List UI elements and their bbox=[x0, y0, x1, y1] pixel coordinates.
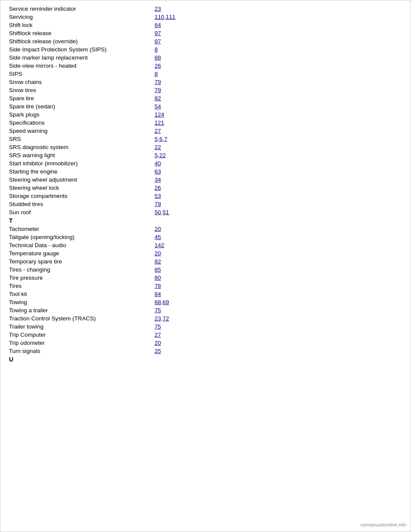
entry-page[interactable]: 68,69 bbox=[155, 298, 402, 306]
list-item: Towing a trailer75 bbox=[9, 306, 402, 314]
entry-page[interactable]: 27 bbox=[155, 127, 402, 135]
entry-label: SRS diagnostic system bbox=[9, 143, 155, 151]
entry-label: Turn signals bbox=[9, 347, 155, 355]
entry-page[interactable]: 20 bbox=[155, 339, 402, 347]
entry-label: Traction Control System (TRACS) bbox=[9, 314, 155, 323]
list-item: Tires - changing85 bbox=[9, 266, 402, 274]
entry-page[interactable]: 79 bbox=[155, 78, 402, 86]
entry-page[interactable]: 110,111 bbox=[155, 13, 402, 21]
entry-page[interactable]: 23,72 bbox=[155, 314, 402, 323]
entry-label: Tires bbox=[9, 282, 155, 290]
list-item: Steering wheel lock26 bbox=[9, 184, 402, 192]
list-item: Side-view mirrors - heated26 bbox=[9, 62, 402, 70]
list-item: SRS warning light5,22 bbox=[9, 151, 402, 159]
entry-label: Snow tires bbox=[9, 86, 155, 94]
entry-page[interactable]: 82 bbox=[155, 94, 402, 102]
entry-label: Studded tires bbox=[9, 200, 155, 208]
list-item: Spare tire82 bbox=[9, 94, 402, 102]
watermark: carmanualsonline.info bbox=[360, 522, 406, 527]
list-item: Specifications121 bbox=[9, 119, 402, 127]
entry-page[interactable]: 78 bbox=[155, 282, 402, 290]
entry-page[interactable]: 142 bbox=[155, 241, 402, 249]
entry-label: Steering wheel lock bbox=[9, 184, 155, 192]
entry-label: SRS warning light bbox=[9, 151, 155, 159]
section-header-u: U bbox=[9, 355, 402, 364]
list-item: Tailgate (opening/locking)45 bbox=[9, 233, 402, 241]
entry-label: Shift lock bbox=[9, 21, 155, 29]
entry-page[interactable]: 75 bbox=[155, 306, 402, 314]
entry-label: Spark plugs bbox=[9, 111, 155, 119]
entry-page[interactable]: 79 bbox=[155, 86, 402, 94]
entry-page[interactable]: 5,6,7 bbox=[155, 135, 402, 143]
entry-page[interactable]: 22 bbox=[155, 143, 402, 151]
entry-page[interactable]: 97 bbox=[155, 37, 402, 45]
list-item: Towing68,69 bbox=[9, 298, 402, 306]
entry-label: Towing bbox=[9, 298, 155, 306]
entry-page[interactable]: 63 bbox=[155, 167, 402, 176]
entry-page[interactable]: 45 bbox=[155, 233, 402, 241]
entry-page[interactable]: 82 bbox=[155, 257, 402, 266]
entry-label: Storage compartments bbox=[9, 192, 155, 200]
list-item: Snow chains79 bbox=[9, 78, 402, 86]
entry-page[interactable]: 5,22 bbox=[155, 151, 402, 159]
list-item: Studded tires79 bbox=[9, 200, 402, 208]
list-item: Traction Control System (TRACS)23,72 bbox=[9, 314, 402, 323]
section-header-t: T bbox=[9, 216, 402, 225]
entry-label: Tachometer bbox=[9, 225, 155, 233]
entry-label: Shiftlock release (override) bbox=[9, 37, 155, 45]
entry-page[interactable]: 34 bbox=[155, 176, 402, 184]
list-item: Tachometer20 bbox=[9, 225, 402, 233]
list-item: Spark plugs124 bbox=[9, 111, 402, 119]
entry-label: Shiftlock release bbox=[9, 29, 155, 37]
entry-label: Towing a trailer bbox=[9, 306, 155, 314]
list-item: Sun roof50,51 bbox=[9, 208, 402, 216]
index-table: Service reminder indicator23Servicing110… bbox=[9, 5, 402, 364]
entry-label: Spare tire bbox=[9, 94, 155, 102]
entry-label: SRS bbox=[9, 135, 155, 143]
entry-page[interactable]: 97 bbox=[155, 29, 402, 37]
list-item: Servicing110,111 bbox=[9, 13, 402, 21]
entry-page[interactable]: 64 bbox=[155, 21, 402, 29]
list-item: SRS5,6,7 bbox=[9, 135, 402, 143]
entry-label: Side Impact Protection System (SIPS) bbox=[9, 45, 155, 54]
entry-page[interactable]: 27 bbox=[155, 331, 402, 339]
list-item: Spare tire (sedan)54 bbox=[9, 102, 402, 111]
entry-page[interactable]: 121 bbox=[155, 119, 402, 127]
list-item: Trip odometer20 bbox=[9, 339, 402, 347]
entry-page[interactable]: 88 bbox=[155, 54, 402, 62]
list-item: Temperature gauge20 bbox=[9, 249, 402, 257]
entry-page[interactable]: 20 bbox=[155, 249, 402, 257]
entry-page[interactable]: 53 bbox=[155, 192, 402, 200]
section-header-row: U bbox=[9, 355, 402, 364]
entry-page[interactable]: 79 bbox=[155, 200, 402, 208]
list-item: Storage compartments53 bbox=[9, 192, 402, 200]
entry-page[interactable]: 8 bbox=[155, 45, 402, 54]
list-item: Shift lock64 bbox=[9, 21, 402, 29]
entry-label: Spare tire (sedan) bbox=[9, 102, 155, 111]
entry-label: Sun roof bbox=[9, 208, 155, 216]
entry-page[interactable]: 26 bbox=[155, 62, 402, 70]
entry-label: Servicing bbox=[9, 13, 155, 21]
entry-page[interactable]: 75 bbox=[155, 323, 402, 331]
entry-page[interactable]: 23 bbox=[155, 5, 402, 13]
entry-label: Side-view mirrors - heated bbox=[9, 62, 155, 70]
entry-label: Speed warning bbox=[9, 127, 155, 135]
entry-page[interactable]: 124 bbox=[155, 111, 402, 119]
entry-page[interactable]: 8 bbox=[155, 70, 402, 78]
entry-label: Trip Computer bbox=[9, 331, 155, 339]
entry-page[interactable]: 40 bbox=[155, 159, 402, 167]
entry-page[interactable]: 84 bbox=[155, 290, 402, 298]
entry-page[interactable]: 20 bbox=[155, 225, 402, 233]
entry-label: Technical Data - audio bbox=[9, 241, 155, 249]
entry-page[interactable]: 25 bbox=[155, 347, 402, 355]
entry-page[interactable]: 80 bbox=[155, 274, 402, 282]
entry-page[interactable]: 85 bbox=[155, 266, 402, 274]
entry-page[interactable]: 26 bbox=[155, 184, 402, 192]
list-item: Shiftlock release (override)97 bbox=[9, 37, 402, 45]
entry-page[interactable]: 50,51 bbox=[155, 208, 402, 216]
entry-page[interactable]: 54 bbox=[155, 102, 402, 111]
list-item: Temporary spare tire82 bbox=[9, 257, 402, 266]
entry-label: Tool kit bbox=[9, 290, 155, 298]
list-item: SIPS8 bbox=[9, 70, 402, 78]
list-item: Tire pressure80 bbox=[9, 274, 402, 282]
